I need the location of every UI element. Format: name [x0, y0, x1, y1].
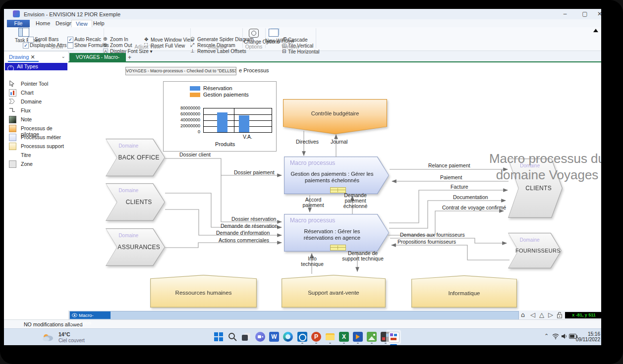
- tool-chart[interactable]: Chart: [4, 88, 68, 97]
- taskbar-edge-icon[interactable]: [283, 332, 293, 342]
- auto-recalc-checkbox[interactable]: [67, 37, 73, 43]
- diagram-title[interactable]: Macro processus du domaine Voyages: [480, 151, 601, 183]
- tab-help[interactable]: Help: [89, 20, 109, 27]
- chevron-down-icon[interactable]: ⌄: [61, 53, 65, 59]
- zoom-in-button[interactable]: ⊕: [103, 36, 107, 42]
- tool-flux[interactable]: Flux: [4, 106, 68, 115]
- domain-name: CLIENTS: [115, 183, 163, 221]
- taskbar-start-button[interactable]: [214, 332, 224, 342]
- lock-icon[interactable]: [557, 312, 563, 318]
- flow-label[interactable]: Propositions fournisseurs: [397, 239, 456, 245]
- taskbar-envision-icon[interactable]: [389, 332, 399, 343]
- close-button[interactable]: ✕: [590, 9, 601, 19]
- taskbar-word-icon[interactable]: W: [269, 332, 279, 342]
- minimize-button[interactable]: –: [555, 9, 575, 19]
- nav-left-icon[interactable]: ◁: [530, 311, 535, 318]
- auto-recalc-label[interactable]: Auto Recalc: [74, 37, 101, 42]
- tool-titre[interactable]: Titre: [4, 151, 68, 159]
- flow-label[interactable]: Dossier client: [179, 152, 211, 157]
- taskbar-outlook-icon[interactable]: [297, 332, 307, 342]
- tool-processus-metier[interactable]: Processus métier: [4, 133, 68, 142]
- page-tab-macro-processus[interactable]: Macro-processus: [70, 312, 111, 319]
- taskbar-task-view-icon[interactable]: [241, 332, 251, 342]
- flow-label[interactable]: Actions commerciales: [219, 237, 269, 243]
- tool-processus-support[interactable]: Processus support: [4, 142, 68, 151]
- flow-label[interactable]: Accord paiement: [300, 197, 326, 208]
- tool-note[interactable]: Note: [4, 115, 68, 124]
- new-window-icon: [269, 29, 279, 37]
- flow-label[interactable]: Relance paiement: [428, 162, 470, 168]
- nav-right-icon[interactable]: ▷: [548, 311, 553, 318]
- zoom-in-label[interactable]: Zoom In: [110, 37, 128, 42]
- shape-support-informatique[interactable]: Informatique: [411, 275, 517, 308]
- flow-label[interactable]: Info technique: [299, 256, 325, 267]
- scroll-bars-checkbox[interactable]: [28, 37, 34, 43]
- flow-label[interactable]: Demandes aux fournisseurs: [400, 232, 465, 238]
- taskbar-powerpoint-icon[interactable]: P: [311, 332, 321, 342]
- tile-horizontal-button[interactable]: Tile Horizontal: [288, 49, 320, 54]
- generate-spider-icon: ⬡: [190, 36, 195, 42]
- tool-zone[interactable]: Zone: [4, 159, 68, 168]
- flow-label[interactable]: Demande paiement échelonné: [340, 193, 370, 209]
- flow-label[interactable]: Dossier paiement: [234, 169, 275, 175]
- flow-label[interactable]: Demande d'information: [216, 230, 270, 236]
- tool-domaine[interactable]: Domaine: [4, 97, 68, 106]
- flow-label[interactable]: Documentation: [453, 194, 488, 200]
- shape-support-avant-vente[interactable]: Support avant-vente: [282, 275, 386, 308]
- flow-label[interactable]: Demande de réservation: [221, 223, 278, 229]
- all-types-header[interactable]: ⌃ All Types: [5, 63, 67, 70]
- tool-processus-pilotage[interactable]: Processus de pilotage: [4, 124, 68, 133]
- flow-label[interactable]: Facture: [451, 184, 468, 190]
- home-icon[interactable]: ⌂: [521, 311, 525, 318]
- y-tick: 0: [170, 129, 200, 134]
- taskbar-photos-icon[interactable]: [367, 332, 377, 342]
- zoom-in-icon: ⊕: [103, 36, 107, 42]
- process-tag: Macro processus: [290, 217, 335, 224]
- wifi-icon[interactable]: [552, 333, 559, 339]
- drawing-panel-tab[interactable]: Drawing ✕: [9, 54, 35, 60]
- nav-up-icon[interactable]: △: [539, 311, 544, 318]
- shape-domain-assurances[interactable]: Domaine ASSURANCES: [106, 228, 165, 266]
- taskbar-excel-icon[interactable]: X: [339, 332, 349, 342]
- ribbon-pin-icon[interactable]: [593, 29, 598, 32]
- chart-icon: [9, 89, 16, 97]
- tray-chevron-up-icon[interactable]: ⌃: [544, 333, 549, 339]
- document-tab[interactable]: VOYAGES - Macro-processus ✕: [69, 53, 126, 61]
- taskbar-file-explorer-icon[interactable]: [325, 332, 335, 342]
- shape-process-gestion-paiements[interactable]: Macro processus Gestion des paiements : …: [284, 156, 389, 194]
- flow-label[interactable]: Journal: [331, 139, 347, 145]
- tool-pointer[interactable]: Pointer Tool: [4, 79, 68, 88]
- shape-domain-clients-left[interactable]: Domaine CLIENTS: [106, 183, 165, 221]
- shape-domain-back-office[interactable]: Domaine BACK OFFICE: [106, 139, 165, 176]
- group-label-adjust-view: Adjust View: [105, 44, 190, 50]
- weather-widget[interactable]: 14°C Ciel couvert: [39, 330, 108, 345]
- shape-domain-fournisseurs[interactable]: Domaine FOURNISSEURS: [508, 233, 562, 268]
- file-menu-button[interactable]: File: [7, 20, 30, 27]
- taskbar-movies-tv-icon[interactable]: [353, 332, 363, 342]
- flow-label[interactable]: Contrat de voyage confirmé: [442, 205, 506, 210]
- taskbar-search-icon[interactable]: [227, 332, 237, 342]
- new-tab-button[interactable]: +: [128, 54, 131, 61]
- process-tag: Macro processus: [290, 159, 335, 166]
- tab-home[interactable]: Home: [32, 20, 54, 27]
- shape-support-rh[interactable]: Ressources humaines: [150, 275, 257, 308]
- diagram-canvas[interactable]: Macro processus du domaine Voyages Réser…: [68, 62, 601, 311]
- shape-process-reservation[interactable]: Macro processus Réservation : Gérer les …: [284, 214, 389, 252]
- flow-label[interactable]: Directives: [296, 139, 319, 145]
- process-indicator-widget[interactable]: [330, 245, 346, 251]
- embedded-chart[interactable]: Réservation Gestion paiements 80000000 6…: [163, 81, 277, 152]
- scroll-bars-label[interactable]: Scroll Bars: [35, 37, 58, 42]
- process-name: Gestion des paiements : Gérer les paieme…: [289, 166, 375, 188]
- taskbar-chat-icon[interactable]: [255, 332, 265, 342]
- move-window-view-button[interactable]: Move Window View: [151, 37, 194, 43]
- legend-label-gestion: Gestion paiements: [203, 92, 249, 98]
- flow-label[interactable]: Dossier réservation: [231, 216, 276, 222]
- clock[interactable]: 15:16 09/11/2022: [566, 331, 600, 342]
- close-icon[interactable]: ✕: [30, 54, 35, 60]
- drawing-tab-underline: [8, 61, 39, 62]
- cascade-button[interactable]: Cascade: [288, 37, 307, 43]
- flow-label[interactable]: Paiement: [440, 174, 462, 180]
- flow-label[interactable]: Demande de support technique: [339, 251, 387, 261]
- y-tick: 40000000: [170, 117, 200, 122]
- shape-controle-budgetaire[interactable]: Contrôle budgétaire: [283, 99, 387, 134]
